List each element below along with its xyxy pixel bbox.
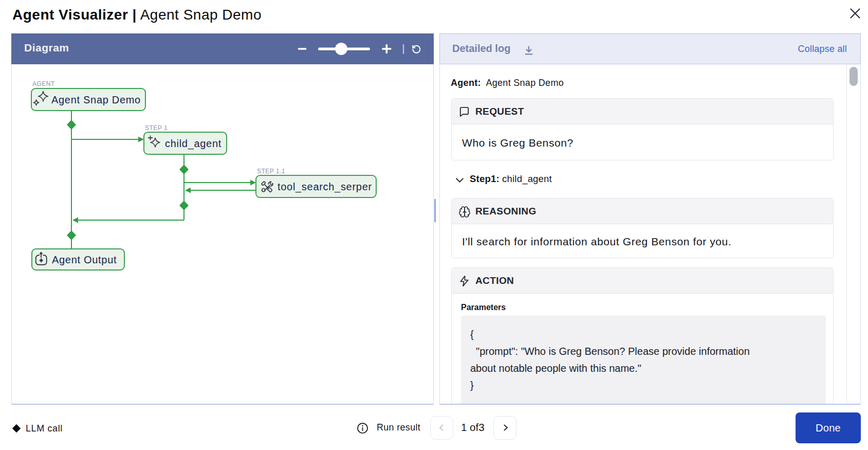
svg-text:child_agent: child_agent bbox=[165, 138, 221, 150]
svg-text:STEP 1: STEP 1 bbox=[145, 124, 168, 132]
svg-text:Agent Output: Agent Output bbox=[52, 254, 117, 265]
svg-text:AGENT: AGENT bbox=[32, 80, 55, 87]
svg-text:Agent Snap Demo: Agent Snap Demo bbox=[51, 94, 141, 105]
svg-text:tool_search_serper: tool_search_serper bbox=[278, 181, 372, 193]
svg-text:STEP 1.1: STEP 1.1 bbox=[257, 168, 285, 175]
